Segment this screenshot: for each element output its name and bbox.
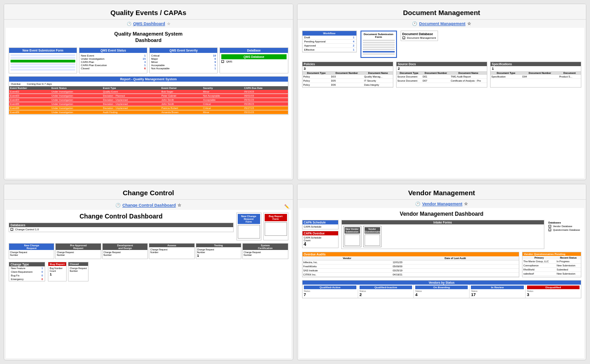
vm-sub-header-text: Vendor Management bbox=[422, 202, 462, 206]
cc-edit-icon[interactable]: ✏️ bbox=[284, 204, 289, 209]
doc-star-icon[interactable]: ☆ bbox=[467, 21, 471, 26]
vm-quest-header: Vendor Questionnaires Pending bbox=[522, 252, 581, 256]
qms-checkbox-label: QMS bbox=[226, 60, 232, 63]
vm-quest-table: PrimaryRecent Status The Manix Group, LL… bbox=[522, 256, 581, 276]
vm-new-vendor-form: New VendorSubmission bbox=[343, 226, 361, 247]
cc-checkbox[interactable] bbox=[10, 228, 13, 231]
vm-main-title: Vendor Management Dashboard bbox=[302, 211, 582, 217]
qms-checkbox[interactable] bbox=[221, 60, 224, 63]
cc-stage-certification: SystemCertification Change RequestNumber bbox=[242, 243, 288, 259]
cc-databases-header: Databases bbox=[9, 223, 233, 227]
cc-databases: Databases Change Control 1.0 bbox=[9, 223, 234, 232]
vm-vendor-db-checkbox[interactable] bbox=[548, 225, 551, 228]
cc-bug-report-header: Bug ReportForm bbox=[265, 214, 287, 221]
cc-bug-report-preview bbox=[265, 222, 287, 236]
doc-checkbox[interactable] bbox=[402, 36, 405, 39]
qms-main-title: Quality Management SystemDashboard bbox=[9, 31, 288, 44]
vm-status-qualified-inactive: Qualified-Inactive Status 2 bbox=[358, 285, 414, 298]
cc-star-icon[interactable]: ☆ bbox=[178, 203, 181, 208]
doc-database-title: Document Database bbox=[402, 32, 436, 36]
doc-source-docs-header: Source Docs bbox=[397, 62, 487, 66]
vm-star-icon[interactable]: ☆ bbox=[464, 202, 468, 206]
doc-form-title: Document Submission Form bbox=[363, 33, 395, 38]
qms-star-icon[interactable]: ☆ bbox=[167, 22, 170, 26]
cc-bug-header: Bug Report bbox=[48, 262, 66, 266]
table-row: Event03Under InvestigationDeviation - Pl… bbox=[9, 94, 288, 98]
vm-intake-section: Intake Forms New VendorSubmission Vendor… bbox=[341, 220, 544, 249]
vm-capa-overdue-header: CAPA Overdue bbox=[303, 231, 338, 235]
doc-specs-table: Document TypeDocument NumberDocument Spe… bbox=[491, 71, 581, 79]
qms-checkbox-row: QMS bbox=[221, 60, 286, 63]
doc-policies-header: Policies bbox=[303, 62, 393, 66]
cc-stage-new-change: New ChangeRequest Change RequestNumber bbox=[9, 243, 54, 259]
qms-report-table: Event Number Event Status Event Type Eve… bbox=[9, 86, 288, 114]
qms-new-event-form-card: New Event Submission Form bbox=[9, 47, 77, 73]
qms-clock-icon: 🕐 bbox=[127, 22, 131, 26]
cc-closed-header: Closed bbox=[68, 262, 89, 266]
vm-capa-overdue: CAPA Overdue CAPA Schedule Count 4 bbox=[302, 231, 339, 248]
doc-checkbox-label: Document Management bbox=[407, 36, 436, 39]
vm-status-in-review: In Review Status 17 bbox=[470, 285, 525, 298]
table-row: Event08Under InvestigationDeviation - Un… bbox=[9, 106, 288, 110]
vm-quest-db-checkbox[interactable] bbox=[548, 229, 551, 231]
cc-checkbox-label: Change Control 1.0 bbox=[15, 228, 39, 231]
cc-stage-dev-design: Developmentand Design Change RequestNumb… bbox=[102, 243, 148, 259]
qms-new-event-header: New Event Submission Form bbox=[9, 48, 77, 53]
vm-intake-header: Intake Forms bbox=[342, 220, 544, 224]
cc-clock-icon: 🕐 bbox=[115, 203, 120, 208]
cc-change-type-header: Change Type bbox=[9, 262, 45, 266]
vm-capa-schedule: CAPA Schedule CAPA Schedule bbox=[302, 220, 339, 229]
qms-quadrant: Quality Events / CAPAs 🕐 QMS Dashboard ☆… bbox=[4, 4, 293, 180]
doc-policies-section: Policies 3 Document TypeDocument NumberD… bbox=[302, 62, 393, 88]
doc-workflow-header: Workflow bbox=[303, 31, 356, 36]
doc-policies-count: 3 bbox=[303, 66, 393, 71]
cc-bug-report-section: Bug Report Bug Number Count 1 Closed Cha… bbox=[48, 262, 89, 281]
coming-label: Coming Due In 7 days bbox=[27, 83, 52, 85]
doc-form-preview: Document Submission Form bbox=[360, 31, 397, 58]
doc-specs-count: 1 bbox=[491, 66, 581, 71]
cc-stage-pre-approved: Pre-ApprovedRequest Change RequestNumber bbox=[55, 243, 101, 259]
doc-clock-icon: 🕐 bbox=[412, 21, 417, 26]
cc-closed-box: Closed Change RequestNumber bbox=[68, 262, 89, 281]
vm-quadrant: Vendor Management 🕐 Vendor Management ☆ … bbox=[297, 184, 587, 360]
table-row: Event09Under InvestigationAudit FindingA… bbox=[9, 110, 288, 114]
cc-bug-box: Bug Report Bug Number Count 1 bbox=[48, 262, 67, 281]
vm-vendors-by-status: Vendors by Status Qualified-Active Statu… bbox=[302, 280, 582, 298]
table-row: Event04Under InvestigationDeviation - Un… bbox=[9, 98, 288, 102]
cc-bottom-row: Change Type New Feature1 Client Requirem… bbox=[9, 262, 288, 281]
table-row: Event02Under InvestigationQuality EventB… bbox=[9, 90, 288, 94]
doc-policies-table: Document TypeDocument NumberDocument Nam… bbox=[303, 71, 393, 87]
cc-pipeline: New ChangeRequest Change RequestNumber P… bbox=[9, 243, 288, 259]
vm-title: Vendor Management bbox=[298, 184, 586, 200]
doc-quadrant: Document Management 🕐 Document Managemen… bbox=[297, 4, 587, 180]
cc-forms-area: New ChangeRequestForm Bug ReportForm bbox=[236, 213, 288, 240]
cc-title: Change Control bbox=[4, 184, 293, 200]
cc-quadrant: Change Control 🕐 Change Control Dashboar… bbox=[4, 184, 293, 360]
cc-stage-testing: Testing Change RequestNumber 1 bbox=[196, 243, 241, 259]
vm-vendors-status-header: Vendors by Status bbox=[303, 281, 581, 285]
vm-overdue-table: VendorDate of Last Audit Inflectra, Inc.… bbox=[303, 256, 519, 277]
vm-capa-schedule-header: CAPA Schedule bbox=[303, 220, 338, 224]
vm-overdue-audits-header: Overdue Audits bbox=[303, 252, 519, 256]
cc-sub-header-text: Change Control Dashboard bbox=[122, 203, 176, 208]
doc-specs-header: Specifications bbox=[491, 62, 581, 66]
vm-status-on-boarding: On Boarding Status 4 bbox=[414, 285, 470, 298]
vm-clock-icon: 🕐 bbox=[415, 202, 420, 206]
qms-title: Quality Events / CAPAs bbox=[4, 4, 293, 20]
vm-questionnaires: Vendor Questionnaires Pending PrimaryRec… bbox=[522, 252, 581, 277]
col-event-owner: Event Owner bbox=[161, 86, 202, 90]
vm-quest-db-label: Questionnaire Database bbox=[553, 229, 580, 231]
qms-event-severity-card: QMS Event Severity Critical19 Major6 Min… bbox=[149, 47, 218, 73]
cc-new-change-preview bbox=[238, 225, 260, 239]
cc-main-title: Change Control Dashboard bbox=[9, 213, 234, 220]
qms-event-status-card: QMS Event Status New Event1 Under Invest… bbox=[79, 47, 147, 73]
col-event-type: Event Type bbox=[102, 86, 160, 90]
doc-source-docs-table: Document TypeDocument NumberDocument Nam… bbox=[397, 71, 487, 83]
vm-questionnaire-form: VendorQuestionnaire bbox=[363, 226, 381, 247]
doc-specs-section: Specifications 1 Document TypeDocument N… bbox=[490, 62, 581, 88]
qms-database-button[interactable]: QMS Database bbox=[221, 54, 286, 59]
overdue-label: Overdue bbox=[11, 83, 21, 85]
doc-source-docs-section: Source Docs 2 Document TypeDocument Numb… bbox=[396, 62, 487, 88]
col-severity: Severity bbox=[202, 86, 243, 90]
doc-database-box: Document Database Document Management bbox=[401, 31, 438, 41]
